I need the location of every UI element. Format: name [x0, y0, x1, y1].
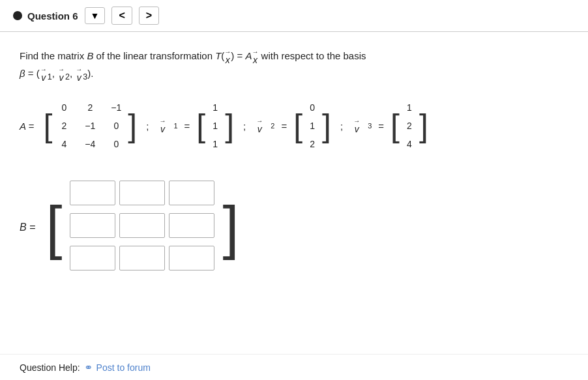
v3-1: 2: [404, 121, 415, 131]
a12: 0: [108, 121, 124, 131]
a22: 0: [108, 139, 124, 149]
vector-v3: [ 1 2 4 ]: [390, 97, 428, 154]
bracket-left-v3: [: [390, 110, 400, 142]
matrix-a: [ 0 2 −1 2 −1 0 4 −4 0 ]: [43, 97, 137, 154]
v3-0: 1: [404, 102, 415, 113]
equals1: =: [184, 121, 190, 132]
v2-label: → v: [256, 117, 263, 134]
matrix-section: A = [ 0 2 −1 2 −1 0 4 −4 0 ] ; → v 1 = [: [20, 97, 568, 154]
v2-2: 2: [306, 139, 318, 149]
bracket-left-v1: [: [196, 110, 205, 142]
equals2: =: [281, 121, 287, 132]
a01: 2: [82, 102, 98, 113]
prev-button[interactable]: <: [111, 7, 132, 25]
sep3: ;: [340, 121, 343, 132]
v3-grid: 1 2 4: [400, 97, 419, 154]
b-input-22[interactable]: [169, 246, 214, 270]
big-bracket-right: ]: [222, 203, 239, 253]
a10: 2: [56, 121, 72, 131]
b-input-20[interactable]: [70, 246, 115, 270]
v1-grid: 1 1 1: [205, 97, 225, 154]
bracket-right-v1: ]: [225, 110, 234, 142]
main-content: Find the matrix B of the linear transfor…: [0, 32, 588, 320]
help-label: Question Help:: [20, 362, 80, 373]
b-label: B =: [20, 222, 35, 233]
bracket-right-a: ]: [128, 110, 137, 142]
v1-label: → v: [159, 117, 166, 134]
big-bracket-left: [: [46, 203, 62, 253]
v3-2: 4: [404, 139, 415, 149]
bracket-right-v3: ]: [419, 110, 428, 142]
bracket-left-v2: [: [293, 110, 302, 142]
v1-1: 1: [209, 121, 221, 131]
a11: −1: [82, 121, 98, 131]
vector-v2: [ 0 1 2 ]: [293, 97, 331, 154]
dropdown-button[interactable]: ▼: [85, 7, 106, 24]
a00: 0: [56, 102, 72, 113]
problem-line1: Find the matrix B of the linear transfor…: [20, 48, 568, 65]
b-input-12[interactable]: [169, 213, 214, 238]
post-to-forum-link[interactable]: Post to forum: [96, 362, 151, 373]
b-input-10[interactable]: [70, 213, 115, 238]
matrix-a-label: A =: [20, 121, 34, 132]
bracket-left-a: [: [43, 110, 52, 142]
v1-0: 1: [209, 102, 221, 113]
vector-v1: [ 1 1 1 ]: [196, 97, 234, 154]
sep2: ;: [243, 121, 246, 132]
help-icon: ⚭: [84, 361, 93, 373]
sep1: ;: [146, 121, 149, 132]
problem-text: Find the matrix B of the linear transfor…: [20, 48, 568, 84]
question-label: Question 6: [13, 10, 78, 22]
b-input-00[interactable]: [70, 181, 115, 205]
a02: −1: [108, 102, 124, 113]
question-title: Question 6: [27, 10, 78, 22]
b-input-11[interactable]: [119, 213, 165, 238]
next-button[interactable]: >: [139, 7, 159, 25]
dot-icon: [13, 11, 22, 20]
v2-1: 1: [306, 121, 318, 131]
bracket-right-v2: ]: [322, 110, 331, 142]
v2-grid: 0 1 2: [302, 97, 322, 154]
b-matrix-container: [ ]: [46, 174, 239, 281]
b-input-21[interactable]: [119, 246, 165, 270]
bottom-help: Question Help: ⚭ Post to forum: [0, 354, 588, 380]
v2-0: 0: [306, 102, 318, 113]
matrix-a-grid: 0 2 −1 2 −1 0 4 −4 0: [52, 97, 128, 154]
equals3: =: [378, 121, 384, 132]
a20: 4: [56, 139, 72, 149]
b-input-grid: [62, 174, 222, 281]
b-input-01[interactable]: [119, 181, 165, 205]
v1-2: 1: [209, 139, 221, 149]
v3-label: → v: [353, 117, 360, 134]
top-bar: Question 6 ▼ < >: [0, 0, 588, 32]
problem-line2: β = (→v1, →v2, →v3).: [20, 65, 568, 84]
b-matrix-section: B = [ ]: [20, 174, 568, 281]
a21: −4: [82, 139, 98, 149]
b-input-02[interactable]: [169, 181, 214, 205]
